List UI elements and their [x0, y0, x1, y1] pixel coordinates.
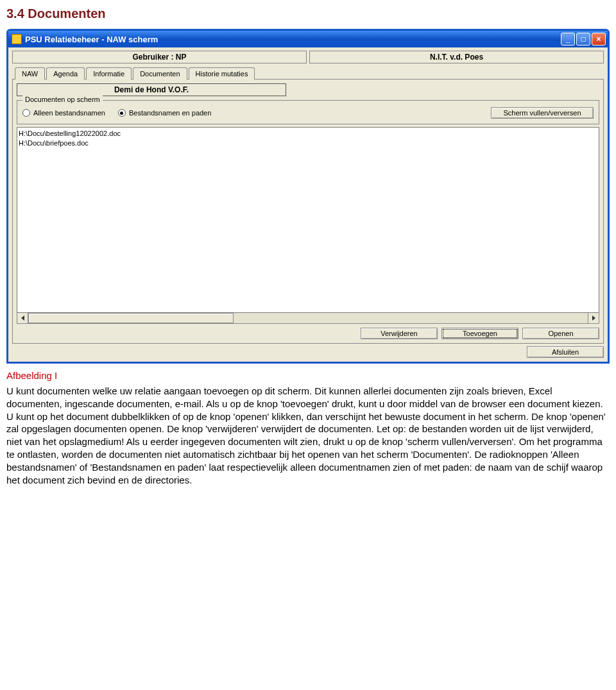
radio-icon	[118, 109, 126, 117]
app-icon	[12, 34, 22, 44]
figure-caption: Afbeelding I	[6, 370, 610, 381]
radio-label: Alleen bestandsnamen	[33, 109, 105, 117]
scroll-thumb[interactable]	[28, 313, 234, 323]
maximize-button[interactable]: □	[576, 33, 590, 46]
scroll-left-button[interactable]	[17, 313, 28, 323]
scroll-track[interactable]	[28, 313, 588, 323]
delete-button[interactable]: Verwijderen	[361, 328, 438, 339]
relation-name-field: Demi de Hond V.O.F.	[17, 83, 286, 96]
app-window: PSU Relatiebeheer - NAW scherm _ □ × Geb…	[6, 29, 610, 364]
minimize-button[interactable]: _	[561, 33, 575, 46]
tab-agenda[interactable]: Agenda	[46, 67, 85, 80]
radio-only-filenames[interactable]: Alleen bestandsnamen	[22, 109, 105, 117]
close-button[interactable]: Afsluiten	[527, 346, 604, 358]
list-item[interactable]: H:\Docu\bestelling12022002.doc	[19, 129, 597, 139]
list-item[interactable]: H:\Docu\briefpoes.doc	[19, 139, 597, 148]
add-button[interactable]: Toevoegen	[441, 328, 518, 339]
groupbox-documenten-op-scherm: Documenten op scherm Alleen bestandsname…	[17, 100, 599, 124]
groupbox-legend: Documenten op scherm	[22, 96, 103, 103]
header-org: N.I.T. v.d. Poes	[309, 51, 604, 63]
horizontal-scrollbar[interactable]	[17, 313, 599, 324]
tab-documenten[interactable]: Documenten	[133, 67, 187, 80]
radio-filenames-and-paths[interactable]: Bestandsnamen en paden	[118, 109, 211, 117]
close-window-button[interactable]: ×	[592, 33, 606, 46]
open-button[interactable]: Openen	[522, 328, 599, 339]
titlebar: PSU Relatiebeheer - NAW scherm _ □ ×	[8, 31, 608, 47]
tab-historie[interactable]: Historie mutaties	[189, 67, 255, 80]
tab-pane-documenten: Demi de Hond V.O.F. Documenten op scherm…	[12, 79, 604, 344]
body-paragraph: U kunt documenten welke uw relatie aanga…	[6, 385, 610, 486]
scroll-right-button[interactable]	[588, 313, 599, 323]
section-heading: 3.4 Documenten	[6, 6, 610, 21]
window-title: PSU Relatiebeheer - NAW scherm	[25, 35, 158, 44]
radio-label: Bestandsnamen en paden	[129, 109, 211, 117]
documents-listbox[interactable]: H:\Docu\bestelling12022002.doc H:\Docu\b…	[17, 127, 599, 313]
refresh-button[interactable]: Scherm vullen/verversen	[491, 107, 594, 119]
header-user: Gebruiker : NP	[12, 51, 307, 63]
tabstrip: NAW Agenda Informatie Documenten Histori…	[12, 67, 604, 80]
tab-informatie[interactable]: Informatie	[86, 67, 132, 80]
tab-naw[interactable]: NAW	[15, 67, 45, 80]
radio-icon	[22, 109, 30, 117]
